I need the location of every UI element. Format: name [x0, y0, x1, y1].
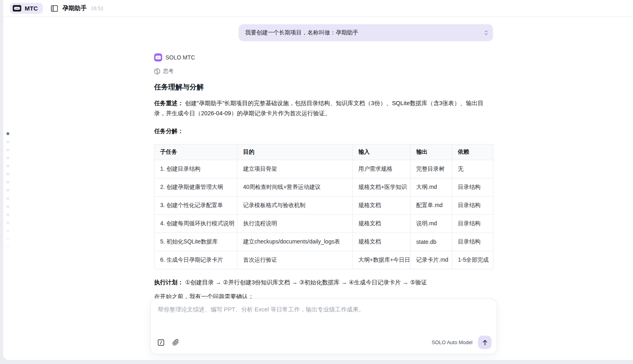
mtc-logo-button[interactable]: MTC: [10, 3, 43, 14]
table-row: 3. 创建个性化记录配置单记录模板格式与验收机制规格文档配置单.md目录结构: [155, 197, 493, 215]
timeline-dot[interactable]: [6, 245, 9, 248]
mtc-logo-label: MTC: [25, 5, 38, 12]
timeline-dot[interactable]: [6, 148, 9, 151]
timeline-dot[interactable]: [6, 221, 9, 224]
table-row: 4. 创建每周循环执行模式说明执行流程说明规格文档说明.md目录结构: [155, 215, 493, 233]
table-cell: 大纲+数据库+今日日期: [353, 251, 411, 269]
table-cell: 3. 创建个性化记录配置单: [155, 197, 237, 215]
table-cell: 记录卡片.md: [411, 251, 452, 269]
chat-content: 我要创建一个长期项目，名称叫做：孕期助手: [154, 24, 493, 317]
model-selector-label[interactable]: SOLO Auto Model: [432, 340, 472, 345]
table-cell: 规格文档: [353, 215, 411, 233]
table-cell: 目录结构: [452, 197, 493, 215]
timeline-dot[interactable]: [6, 229, 9, 232]
composer-panel: SOLO Auto Model: [150, 298, 497, 354]
sidebar-toggle-icon: [51, 5, 58, 12]
table-cell: 6. 生成今日孕期记录卡片: [155, 251, 237, 269]
table-header-row: 子任务目的输入输出依赖: [155, 144, 493, 160]
arrow-up-icon: [482, 339, 488, 346]
attach-file-button[interactable]: [172, 339, 179, 346]
main-window: MTC 孕期助手 16:51 我要创建一个长期项目，名称叫做：孕期助手: [3, 0, 633, 360]
table-cell: 目录结构: [452, 178, 493, 197]
timeline-dot[interactable]: [6, 205, 9, 208]
sidebar-toggle-button[interactable]: [51, 5, 58, 12]
execution-plan: 执行计划： ①创建目录 → ②并行创建3份知识库文档 → ③初始化数据库 → ④…: [154, 277, 493, 288]
assistant-header: SOLO MTC: [154, 53, 493, 61]
assistant-avatar: [154, 53, 162, 61]
table-cell: 4. 创建每周循环执行模式说明: [155, 215, 237, 233]
chat-title: 孕期助手: [63, 4, 87, 12]
user-message-bubble: 我要创建一个长期项目，名称叫做：孕期助手: [239, 24, 493, 41]
table-cell: 大纲.md: [411, 178, 452, 197]
table-header-cell: 子任务: [155, 144, 237, 160]
table-cell: 完整目录树: [411, 160, 452, 178]
timeline-dot-active[interactable]: [6, 132, 9, 135]
task-restatement: 任务重述： 创建"孕期助手"长期项目的完整基础设施，包括目录结构、知识库文档（3…: [154, 98, 493, 119]
timeline-dot[interactable]: [6, 165, 9, 167]
table-cell: 目录结构: [452, 233, 493, 251]
table-header-cell: 输入: [353, 144, 411, 160]
table-cell: 建立项目骨架: [237, 160, 353, 178]
table-cell: 无: [452, 160, 493, 178]
task-table-head: 子任务目的输入输出依赖: [155, 144, 493, 160]
timeline-dot[interactable]: [6, 197, 9, 200]
timeline-dot[interactable]: [6, 157, 9, 159]
table-cell: 执行流程说明: [237, 215, 353, 233]
table-cell: 首次运行验证: [237, 251, 353, 269]
top-bar: MTC 孕期助手 16:51: [3, 0, 633, 17]
task-table: 子任务目的输入输出依赖 1. 创建目录结构建立项目骨架用户需求规格完整目录树无2…: [154, 144, 493, 269]
send-button[interactable]: [478, 336, 491, 349]
task-table-body: 1. 创建目录结构建立项目骨架用户需求规格完整目录树无2. 创建孕期健康管理大纲…: [155, 160, 493, 269]
table-cell: 目录结构: [452, 215, 493, 233]
table-cell: 40周检查时间线+营养运动建议: [237, 178, 353, 197]
table-cell: state.db: [411, 233, 452, 251]
mtc-logo-icon: [13, 5, 21, 12]
restate-text: 创建"孕期助手"长期项目的完整基础设施，包括目录结构、知识库文档（3份）、SQL…: [154, 100, 483, 116]
slash-command-button[interactable]: [158, 339, 164, 346]
thinking-label: 思考: [163, 68, 174, 75]
table-cell: 2. 创建孕期健康管理大纲: [155, 178, 237, 197]
table-header-cell: 输出: [411, 144, 452, 160]
timeline-dot[interactable]: [6, 213, 9, 216]
table-row: 5. 初始化SQLite数据库建立checkups/documents/dail…: [155, 233, 493, 251]
table-cell: 1. 创建目录结构: [155, 160, 237, 178]
chevron-updown-icon: [484, 30, 488, 36]
chat-timestamp: 16:51: [91, 6, 104, 11]
thinking-toggle[interactable]: 思考: [154, 68, 493, 75]
timeline-dot[interactable]: [6, 173, 9, 176]
plan-text: ①创建目录 → ②并行创建3份知识库文档 → ③初始化数据库 → ④生成今日记录…: [184, 279, 427, 286]
table-cell: 规格文档: [353, 233, 411, 251]
table-cell: 记录模板格式与验收机制: [237, 197, 353, 215]
table-row: 1. 创建目录结构建立项目骨架用户需求规格完整目录树无: [155, 160, 493, 178]
table-cell: 说明.md: [411, 215, 452, 233]
solo-mtc-avatar-icon: [155, 55, 161, 59]
table-row: 6. 生成今日孕期记录卡片首次运行验证大纲+数据库+今日日期记录卡片.md1-5…: [155, 251, 493, 269]
table-cell: 1-5全部完成: [452, 251, 493, 269]
breakdown-label: 任务分解：: [154, 127, 493, 135]
table-header-cell: 目的: [237, 144, 353, 160]
table-cell: 5. 初始化SQLite数据库: [155, 233, 237, 251]
user-message-text: 我要创建一个长期项目，名称叫做：孕期助手: [245, 29, 484, 36]
assistant-name: SOLO MTC: [165, 54, 195, 61]
restate-label: 任务重述：: [154, 100, 184, 106]
table-cell: 配置单.md: [411, 197, 452, 215]
slash-command-icon: [158, 339, 164, 346]
thinking-icon: [154, 68, 160, 74]
timeline-dot[interactable]: [6, 237, 9, 240]
message-timeline-scrollbar[interactable]: [6, 132, 9, 248]
table-cell: 建立checkups/documents/daily_logs表: [237, 233, 353, 251]
plan-label: 执行计划：: [154, 279, 184, 286]
table-cell: 规格文档: [353, 197, 411, 215]
message-expand-button[interactable]: [484, 30, 488, 36]
table-cell: 用户需求规格: [353, 160, 411, 178]
composer-toolbar: SOLO Auto Model: [158, 336, 491, 349]
timeline-dot[interactable]: [6, 181, 9, 184]
paperclip-icon: [172, 339, 179, 346]
timeline-dot[interactable]: [6, 140, 9, 143]
section-heading: 任务理解与分解: [154, 82, 493, 92]
table-row: 2. 创建孕期健康管理大纲40周检查时间线+营养运动建议规格文档+医学知识大纲.…: [155, 178, 493, 197]
table-header-cell: 依赖: [452, 144, 493, 160]
timeline-dot[interactable]: [6, 189, 9, 192]
table-cell: 规格文档+医学知识: [353, 178, 411, 197]
message-input[interactable]: [150, 299, 497, 333]
